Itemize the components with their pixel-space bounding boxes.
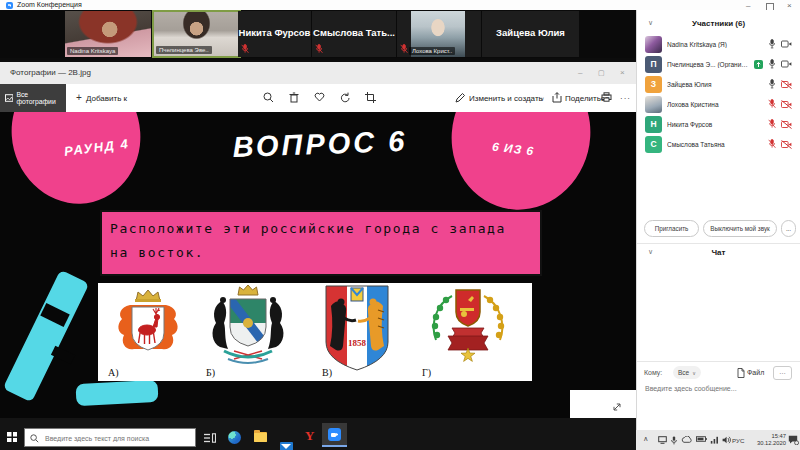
system-tray: ʌ РУС 15:47 30.12.2020: [636, 430, 800, 450]
mic-on-icon[interactable]: [768, 59, 776, 69]
participants-more-button[interactable]: ...: [781, 220, 796, 237]
battery-icon[interactable]: [696, 436, 707, 442]
mute-my-audio-button[interactable]: Выключить мой звук: [703, 220, 777, 237]
yandex-browser-icon[interactable]: Y: [305, 429, 314, 442]
participant-row[interactable]: Nadina Kritskaya (Я): [637, 34, 800, 54]
more-options-button[interactable]: ···: [620, 94, 631, 103]
plus-icon: +: [76, 92, 82, 103]
participant-name: Смыслова Татьяна: [667, 141, 763, 148]
mic-on-icon[interactable]: [768, 39, 776, 49]
mic-off-icon[interactable]: [768, 119, 776, 129]
video-tile-lohova[interactable]: Лохова Крист..: [397, 11, 481, 57]
mic-on-icon[interactable]: [768, 79, 776, 89]
avatar: [645, 36, 662, 53]
shared-taskbar: Y: [0, 418, 636, 450]
video-tile-zaytseva[interactable]: Зайцева Юлия: [482, 11, 579, 57]
add-to-button[interactable]: Добавить к: [86, 94, 127, 103]
task-view-icon[interactable]: [204, 433, 216, 443]
volume-icon[interactable]: [722, 436, 731, 444]
taskbar-search-box[interactable]: [24, 428, 196, 447]
camera-off-icon[interactable]: [781, 100, 792, 109]
rotate-icon[interactable]: [340, 92, 351, 103]
participant-row[interactable]: З Зайцева Юлия: [637, 74, 800, 94]
mic-off-icon[interactable]: [768, 99, 776, 109]
display-tray-icon[interactable]: [658, 436, 667, 444]
participant-name-label: Лохова Крист..: [409, 47, 455, 55]
edit-create-icon[interactable]: [455, 93, 465, 103]
video-strip: Nadina Kritskaya Пчелинцева Эве.. Никита…: [0, 10, 636, 58]
participants-panel: ∨ Участники (6) Nadina Kritskaya (Я) П П…: [636, 10, 800, 430]
participant-row[interactable]: П Пчелинцева Э... (Организатор): [637, 54, 800, 74]
edge-browser-icon[interactable]: [228, 431, 241, 444]
participant-name-label: Смыслова Тать...: [312, 27, 396, 38]
notification-center-icon[interactable]: [788, 435, 799, 445]
chat-compose-row: Кому: Все ∨ Файл …: [637, 366, 800, 380]
fullscreen-resize-icon[interactable]: [612, 402, 622, 412]
crop-icon[interactable]: [365, 92, 376, 103]
participants-header: Участники (6): [637, 19, 800, 28]
participant-name-label: Nadina Kritskaya: [67, 47, 118, 55]
all-photos-button[interactable]: Все фотографии: [0, 84, 66, 112]
mic-off-icon[interactable]: [768, 139, 776, 149]
all-photos-label: Все фотографии: [16, 91, 66, 105]
video-tile-pchelintseva[interactable]: Пчелинцева Эве..: [152, 10, 241, 58]
participant-row[interactable]: С Смыслова Татьяна: [637, 134, 800, 154]
window-title: Zoom Конференция: [17, 1, 82, 8]
arms-year-text: 1858: [348, 338, 367, 348]
screen: Zoom Конференция – × Nadina Kritskaya Пч…: [0, 0, 800, 450]
favorite-heart-icon[interactable]: [314, 92, 325, 102]
zoom-taskbar-icon[interactable]: [322, 423, 347, 447]
mic-muted-icon: [315, 44, 323, 54]
chat-header: Чат: [637, 248, 800, 257]
photos-maximize-button[interactable]: ▢: [598, 69, 605, 77]
chat-message-input[interactable]: [643, 384, 797, 393]
chat-recipient-dropdown[interactable]: Все ∨: [673, 366, 701, 379]
coat-of-arms-g: [418, 284, 518, 372]
share-icon[interactable]: [552, 92, 562, 103]
chevron-down-icon: ∨: [692, 370, 696, 376]
cyan-brush-stroke-horizontal: [75, 380, 158, 406]
chat-more-button[interactable]: …: [773, 366, 792, 380]
close-button[interactable]: ×: [787, 2, 792, 10]
video-tile-smyslova[interactable]: Смыслова Тать...: [312, 11, 396, 57]
print-icon[interactable]: [601, 92, 612, 102]
file-explorer-icon[interactable]: [254, 432, 267, 442]
participant-name: Nadina Kritskaya (Я): [667, 41, 763, 48]
avatar: С: [645, 136, 662, 153]
camera-on-icon[interactable]: [781, 60, 792, 68]
delete-icon[interactable]: [289, 92, 299, 103]
edit-create-button[interactable]: Изменить и создать: [469, 94, 543, 103]
photo-icon: [5, 94, 13, 102]
participant-row[interactable]: Н Никита Фурсов: [637, 114, 800, 134]
photos-minimize-button[interactable]: –: [578, 68, 582, 77]
participant-name: Зайцева Юлия: [667, 81, 763, 88]
mail-app-icon[interactable]: [280, 442, 293, 450]
onedrive-cloud-icon[interactable]: [681, 436, 692, 443]
participant-name-label: Пчелинцева Эве..: [156, 46, 212, 54]
question-title: ВОПРОС 6: [190, 123, 451, 165]
chat-file-button[interactable]: Файл: [747, 369, 764, 376]
mic-tray-icon[interactable]: [671, 436, 677, 445]
start-button[interactable]: [7, 432, 17, 442]
camera-off-icon[interactable]: [781, 120, 792, 129]
photos-close-button[interactable]: ×: [620, 68, 625, 77]
zoom-in-icon[interactable]: [263, 92, 274, 103]
file-icon: [737, 368, 745, 378]
cyan-brush-stroke-diagonal: [3, 270, 90, 403]
camera-off-icon[interactable]: [781, 140, 792, 149]
participant-row[interactable]: Лохова Кристина: [637, 94, 800, 114]
minimize-button[interactable]: –: [746, 2, 750, 10]
invite-button[interactable]: Пригласить: [644, 220, 699, 237]
search-icon: [30, 434, 39, 443]
video-tile-nikita[interactable]: Никита Фурсов: [238, 11, 311, 57]
zoom-camera-glyph: [328, 428, 341, 441]
search-input[interactable]: [43, 430, 193, 446]
video-tile-nadina[interactable]: Nadina Kritskaya: [65, 11, 151, 57]
camera-on-icon[interactable]: [781, 40, 792, 48]
avatar: З: [645, 76, 662, 93]
tray-clock[interactable]: 15:47 30.12.2020: [742, 433, 786, 447]
network-icon[interactable]: [710, 436, 719, 444]
tray-expand-chevron[interactable]: ʌ: [644, 435, 648, 442]
camera-off-icon[interactable]: [781, 80, 792, 89]
photos-window-title: Фотографии — 2В.jpg: [10, 68, 91, 77]
